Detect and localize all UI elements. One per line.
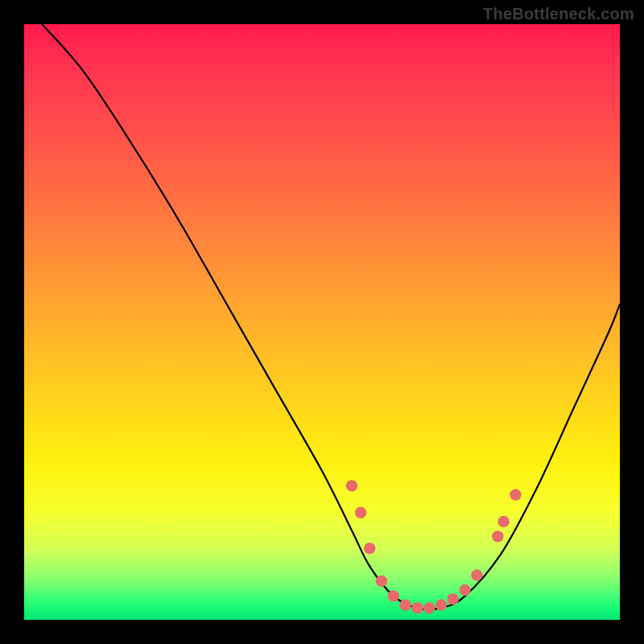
data-markers [346, 480, 522, 613]
data-marker [399, 599, 411, 610]
data-marker [376, 576, 387, 587]
data-marker [498, 516, 510, 527]
data-marker [355, 507, 366, 518]
chart-frame: TheBottleneck.com [0, 0, 644, 644]
data-marker [436, 599, 447, 610]
data-marker [346, 480, 357, 491]
plot-area [24, 24, 620, 620]
watermark-text: TheBottleneck.com [483, 5, 634, 23]
data-marker [388, 590, 399, 601]
curve-svg [24, 24, 620, 620]
data-marker [510, 489, 521, 500]
data-marker [423, 602, 435, 613]
data-marker [411, 602, 423, 613]
data-marker [492, 530, 503, 542]
bottleneck-curve [42, 24, 620, 609]
data-marker [471, 569, 482, 580]
data-marker [448, 593, 459, 605]
data-marker [364, 543, 375, 554]
data-marker [459, 584, 470, 596]
